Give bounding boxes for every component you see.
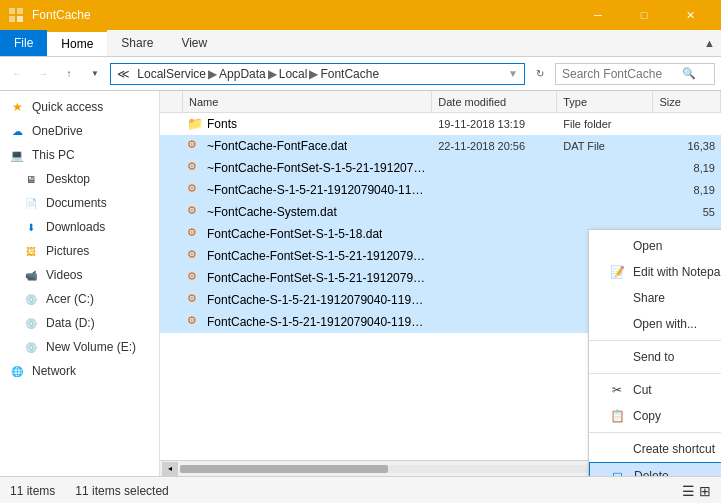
open-icon [609, 238, 625, 254]
cloud-icon: ☁ [8, 122, 26, 140]
dat-icon: ⚙ [187, 226, 203, 242]
ctx-open-with[interactable]: Open with... [589, 311, 721, 337]
sidebar-item-drive-c[interactable]: 💿 Acer (C:) [0, 287, 159, 311]
col-header-size[interactable]: Size [653, 91, 721, 112]
address-bar: ← → ↑ ▼ ≪ LocalService ▶ AppData ▶ Local… [0, 57, 721, 91]
ctx-open[interactable]: Open [589, 233, 721, 259]
sidebar-item-drive-d[interactable]: 💿 Data (D:) [0, 311, 159, 335]
breadcrumb-fontcache[interactable]: FontCache [320, 67, 379, 81]
videos-icon: 📹 [22, 266, 40, 284]
ctx-edit-notepad[interactable]: 📝 Edit with Notepad++ [589, 259, 721, 285]
file-name: FontCache-S-1-5-21-1912079040-11993... [207, 315, 428, 329]
sidebar: ★ Quick access ☁ OneDrive 💻 This PC 🖥 De… [0, 91, 160, 476]
view-list-icon[interactable]: ☰ [682, 483, 695, 499]
documents-icon: 📄 [22, 194, 40, 212]
status-bar: 11 items 11 items selected ☰ ⊞ [0, 476, 721, 503]
maximize-button[interactable]: □ [621, 0, 667, 30]
svg-rect-3 [17, 16, 23, 22]
separator-3 [589, 432, 721, 433]
table-row[interactable]: ⚙ ~FontCache-FontSet-S-1-5-21-19120790..… [160, 157, 721, 179]
sidebar-item-onedrive[interactable]: ☁ OneDrive [0, 119, 159, 143]
view-grid-icon[interactable]: ⊞ [699, 483, 711, 499]
file-name: Fonts [207, 117, 237, 131]
minimize-button[interactable]: ─ [575, 0, 621, 30]
window-controls[interactable]: ─ □ ✕ [575, 0, 713, 30]
tab-view[interactable]: View [167, 30, 221, 56]
pictures-icon: 🖼 [22, 242, 40, 260]
file-name: FontCache-S-1-5-21-1912079040-11993... [207, 293, 428, 307]
dat-icon: ⚙ [187, 182, 203, 198]
shield-delete-icon: 🛡 [610, 468, 626, 476]
sidebar-item-drive-e[interactable]: 💿 New Volume (E:) [0, 335, 159, 359]
ctx-create-shortcut[interactable]: Create shortcut [589, 436, 721, 462]
sidebar-item-documents[interactable]: 📄 Documents [0, 191, 159, 215]
breadcrumb-item: ≪ [117, 67, 130, 81]
selected-count: 11 items selected [75, 484, 168, 498]
file-name: FontCache-FontSet-S-1-5-21-19120790... [207, 271, 428, 285]
ctx-send-to[interactable]: Send to ▶ [589, 344, 721, 370]
col-header-date[interactable]: Date modified [432, 91, 557, 112]
dat-icon: ⚙ [187, 292, 203, 308]
table-row[interactable]: 📁 Fonts 19-11-2018 13:19 File folder [160, 113, 721, 135]
ctx-delete[interactable]: 🛡 Delete [589, 462, 721, 476]
breadcrumb-appdata[interactable]: AppData [219, 67, 266, 81]
back-button[interactable]: ← [6, 63, 28, 85]
file-name: ~FontCache-System.dat [207, 205, 337, 219]
desktop-icon: 🖥 [22, 170, 40, 188]
drive-c-icon: 💿 [22, 290, 40, 308]
breadcrumb-expand[interactable]: ▼ [508, 68, 518, 79]
ctx-copy[interactable]: 📋 Copy [589, 403, 721, 429]
folder-icon: 📁 [187, 116, 203, 132]
sidebar-item-pictures[interactable]: 🖼 Pictures [0, 239, 159, 263]
tab-home[interactable]: Home [47, 30, 107, 56]
table-row[interactable]: ⚙ ~FontCache-FontFace.dat 22-11-2018 20:… [160, 135, 721, 157]
close-button[interactable]: ✕ [667, 0, 713, 30]
col-header-name[interactable]: Name [183, 91, 432, 112]
ribbon-tabs: File Home Share View ▲ [0, 30, 721, 56]
drive-e-icon: 💿 [22, 338, 40, 356]
ctx-cut[interactable]: ✂ Cut [589, 377, 721, 403]
dat-icon: ⚙ [187, 160, 203, 176]
share-icon [609, 290, 625, 306]
table-row[interactable]: ⚙ ~FontCache-S-1-5-21-1912079040-11899..… [160, 179, 721, 201]
dat-icon: ⚙ [187, 270, 203, 286]
col-header-type[interactable]: Type [557, 91, 653, 112]
star-icon: ★ [8, 98, 26, 116]
title-bar-icons [8, 7, 24, 23]
tab-file[interactable]: File [0, 30, 47, 56]
refresh-button[interactable]: ↻ [529, 63, 551, 85]
dat-icon: ⚙ [187, 248, 203, 264]
svg-rect-0 [9, 8, 15, 14]
breadcrumb-local[interactable]: Local [279, 67, 308, 81]
up-button[interactable]: ↑ [58, 63, 80, 85]
svg-rect-1 [17, 8, 23, 14]
file-name: FontCache-FontSet-S-1-5-18.dat [207, 227, 382, 241]
svg-rect-2 [9, 16, 15, 22]
computer-icon: 💻 [8, 146, 26, 164]
search-input[interactable] [562, 67, 682, 81]
sidebar-item-videos[interactable]: 📹 Videos [0, 263, 159, 287]
forward-button[interactable]: → [32, 63, 54, 85]
scroll-thumb[interactable] [180, 465, 388, 473]
file-name: ~FontCache-FontSet-S-1-5-21-19120790... [207, 161, 428, 175]
file-name: ~FontCache-S-1-5-21-1912079040-11899... [207, 183, 428, 197]
file-type: File folder [557, 118, 653, 130]
sidebar-item-quick-access[interactable]: ★ Quick access [0, 95, 159, 119]
sidebar-item-network[interactable]: 🌐 Network [0, 359, 159, 383]
open-with-icon [609, 316, 625, 332]
sidebar-item-downloads[interactable]: ⬇ Downloads [0, 215, 159, 239]
scroll-left-button[interactable]: ◂ [162, 462, 178, 476]
ribbon: File Home Share View ▲ [0, 30, 721, 57]
downloads-icon: ⬇ [22, 218, 40, 236]
breadcrumb[interactable]: ≪ LocalService ▶ AppData ▶ Local ▶ FontC… [110, 63, 525, 85]
sidebar-item-this-pc[interactable]: 💻 This PC [0, 143, 159, 167]
search-box: 🔍 [555, 63, 715, 85]
table-row[interactable]: ⚙ ~FontCache-System.dat 55 [160, 201, 721, 223]
tab-share[interactable]: Share [107, 30, 167, 56]
file-date: 19-11-2018 13:19 [432, 118, 557, 130]
sidebar-item-desktop[interactable]: 🖥 Desktop [0, 167, 159, 191]
ctx-share[interactable]: Share [589, 285, 721, 311]
file-size: 16,38 [653, 140, 721, 152]
breadcrumb-localservice[interactable]: LocalService [137, 67, 206, 81]
recent-locations-button[interactable]: ▼ [84, 63, 106, 85]
